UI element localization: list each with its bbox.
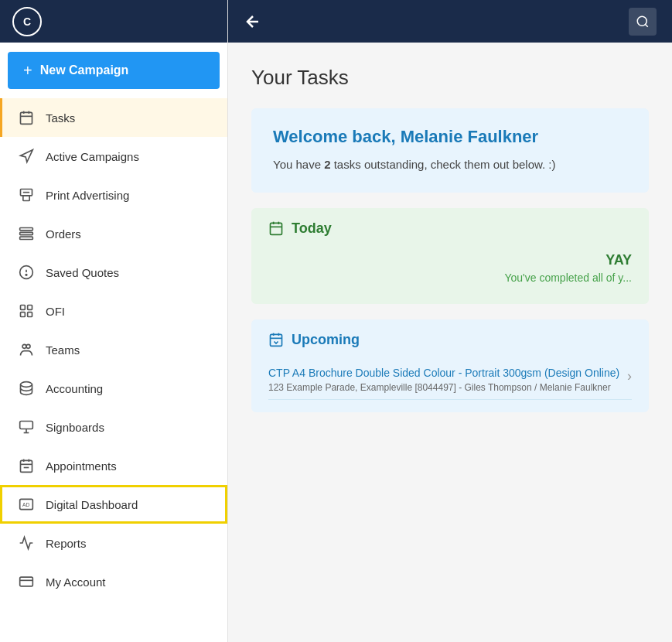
ofi-icon	[18, 302, 35, 319]
new-campaign-button[interactable]: + New Campaign	[8, 52, 220, 89]
sidebar-item-print-advertising[interactable]: Print Advertising	[0, 176, 227, 214]
sidebar-item-label: Active Campaigns	[46, 150, 139, 163]
sidebar-item-label: My Account	[46, 575, 106, 589]
page-title: Your Tasks	[251, 66, 649, 90]
svg-rect-7	[20, 228, 33, 231]
print-icon	[18, 186, 35, 203]
upcoming-item-title: CTP A4 Brochure Double Sided Colour - Po…	[268, 367, 619, 379]
welcome-text: You have 2 tasks outstanding, check them…	[273, 156, 627, 174]
accounting-icon	[18, 380, 35, 397]
main-content: Your Tasks Welcome back, Melanie Faulkne…	[228, 0, 672, 642]
sidebar-item-tasks[interactable]: Tasks	[0, 98, 227, 137]
sidebar-item-my-account[interactable]: My Account	[0, 562, 227, 601]
upcoming-calendar-icon	[268, 332, 284, 347]
topbar	[228, 0, 672, 43]
tasks-icon	[18, 109, 35, 126]
sidebar-header: C	[0, 0, 227, 43]
new-campaign-label: New Campaign	[40, 63, 129, 77]
chevron-right-icon: ›	[627, 368, 632, 384]
svg-text:AD: AD	[22, 502, 29, 507]
account-icon	[18, 573, 35, 590]
appointments-icon	[18, 457, 35, 474]
orders-icon	[18, 225, 35, 242]
welcome-suffix: tasks outstanding, check them out below.…	[331, 158, 556, 171]
svg-rect-13	[21, 306, 26, 310]
welcome-prefix: You have	[273, 158, 324, 171]
today-section: Today YAY You've completed all of y...	[251, 208, 649, 304]
content-area: Your Tasks Welcome back, Melanie Faulkne…	[228, 43, 672, 642]
sidebar-item-saved-quotes[interactable]: Saved Quotes	[0, 253, 227, 292]
sidebar-item-active-campaigns[interactable]: Active Campaigns	[0, 137, 227, 176]
upcoming-item[interactable]: CTP A4 Brochure Double Sided Colour - Po…	[268, 360, 632, 400]
svg-point-12	[26, 275, 27, 276]
sidebar-item-digital-dashboard[interactable]: AD Digital Dashboard	[0, 485, 227, 524]
digital-dashboard-icon: AD	[18, 496, 35, 513]
quotes-icon	[18, 264, 35, 281]
sidebar-item-ofi[interactable]: OFI	[0, 292, 227, 330]
svg-point-33	[637, 16, 646, 26]
svg-point-18	[26, 344, 30, 348]
plus-icon: +	[23, 63, 32, 78]
sidebar-item-label: Tasks	[46, 111, 75, 125]
svg-rect-0	[21, 112, 32, 124]
svg-point-19	[21, 382, 32, 388]
signboards-icon	[18, 418, 35, 435]
today-label: Today	[292, 220, 332, 237]
svg-line-34	[645, 24, 647, 26]
sidebar-item-label: Accounting	[46, 382, 103, 395]
sidebar-item-teams[interactable]: Teams	[0, 330, 227, 369]
sidebar-item-label: Teams	[46, 343, 80, 357]
svg-rect-35	[271, 223, 282, 234]
sidebar-item-label: Signboards	[46, 421, 104, 434]
sidebar: C + New Campaign Tasks Active Campaigns	[0, 0, 228, 642]
back-button[interactable]	[244, 12, 262, 31]
today-body: YAY You've completed all of y...	[268, 237, 632, 292]
upcoming-item-details: CTP A4 Brochure Double Sided Colour - Po…	[268, 367, 619, 393]
svg-rect-5	[23, 196, 29, 201]
completed-text: You've completed all of y...	[268, 271, 632, 284]
sidebar-item-accounting[interactable]: Accounting	[0, 369, 227, 408]
sidebar-item-label: Print Advertising	[46, 189, 129, 202]
svg-rect-30	[20, 577, 33, 586]
sidebar-item-label: OFI	[46, 305, 65, 318]
upcoming-header: Upcoming	[268, 332, 632, 348]
search-button[interactable]	[629, 8, 657, 36]
sidebar-item-orders[interactable]: Orders	[0, 214, 227, 253]
calendar-icon	[268, 220, 284, 236]
welcome-count: 2	[324, 158, 330, 171]
reports-icon	[18, 534, 35, 552]
sidebar-item-label: Digital Dashboard	[46, 498, 138, 511]
svg-rect-15	[21, 312, 26, 317]
sidebar-item-reports[interactable]: Reports	[0, 524, 227, 562]
today-header: Today	[268, 220, 632, 237]
sidebar-item-label: Reports	[46, 537, 87, 550]
welcome-title: Welcome back, Melanie Faulkner	[273, 127, 627, 147]
sidebar-item-label: Orders	[46, 227, 81, 241]
sidebar-item-label: Saved Quotes	[46, 266, 119, 279]
svg-rect-23	[21, 460, 32, 472]
svg-rect-14	[28, 306, 32, 310]
upcoming-item-subtitle: 123 Example Parade, Exampleville [804449…	[268, 382, 619, 393]
upcoming-section: Upcoming CTP A4 Brochure Double Sided Co…	[251, 319, 649, 412]
teams-icon	[18, 341, 35, 358]
yay-text: YAY	[268, 252, 632, 268]
svg-rect-20	[20, 422, 33, 429]
sidebar-item-appointments[interactable]: Appointments	[0, 446, 227, 485]
svg-rect-9	[20, 237, 33, 239]
sidebar-item-signboards[interactable]: Signboards	[0, 408, 227, 446]
upcoming-label: Upcoming	[292, 332, 360, 348]
sidebar-item-label: Appointments	[46, 459, 117, 473]
welcome-card: Welcome back, Melanie Faulkner You have …	[251, 108, 649, 193]
campaigns-icon	[18, 148, 35, 165]
svg-rect-8	[20, 232, 33, 234]
svg-rect-16	[28, 312, 32, 317]
app-logo: C	[12, 7, 42, 36]
